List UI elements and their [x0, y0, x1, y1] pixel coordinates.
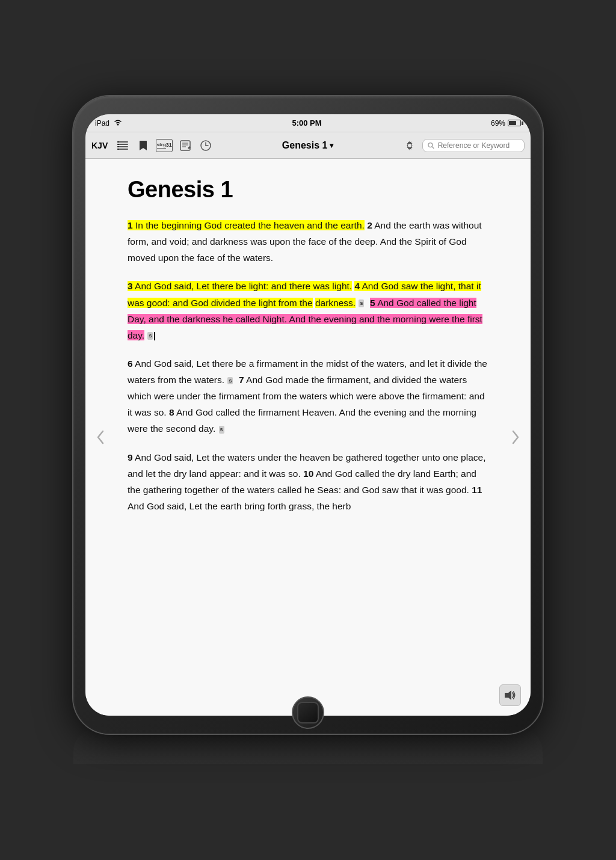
- bible-version[interactable]: KJV: [91, 141, 108, 150]
- verse-11-num: 11: [472, 485, 482, 495]
- verse-block-6-8: 6 And God said, Let there be a firmament…: [128, 355, 488, 437]
- ipad-frame: iPad 5:00 PM 69%: [73, 96, 543, 734]
- battery-icon: [508, 120, 521, 126]
- wifi-icon: [113, 118, 123, 127]
- history-icon[interactable]: [198, 138, 214, 153]
- status-time: 5:00 PM: [292, 118, 321, 127]
- verse-block-9-11: 9 And God said, Let the waters under the…: [128, 449, 488, 515]
- notes-icon[interactable]: [177, 138, 193, 153]
- s-marker-3: s: [227, 377, 233, 385]
- prev-chapter-button[interactable]: [91, 428, 109, 446]
- search-icon: [428, 142, 434, 149]
- s-marker-4: s: [219, 426, 224, 434]
- s-marker-1: s: [359, 299, 364, 307]
- search-input[interactable]: [438, 141, 519, 150]
- strongs-icon[interactable]: strg 31: [156, 139, 173, 152]
- toolbar: KJV: [85, 132, 531, 159]
- verse-block-1-2: 1 In the beginning God created the heave…: [128, 217, 488, 266]
- svg-rect-7: [117, 146, 119, 147]
- status-right: 69%: [491, 119, 521, 127]
- verse-8-num: 8: [169, 407, 174, 417]
- battery-percent: 69%: [491, 119, 505, 127]
- list-icon[interactable]: [115, 138, 131, 153]
- svg-point-0: [117, 124, 119, 126]
- verse-3: 3 And God said, Let there be light: and …: [128, 281, 352, 291]
- next-chapter-button[interactable]: [507, 428, 525, 446]
- verse-6-num: 6: [128, 358, 133, 369]
- audio-button[interactable]: [499, 684, 521, 706]
- verse-1: 1 In the beginning God created the heave…: [128, 220, 365, 230]
- audio-icon: [504, 690, 516, 701]
- chapter-title: Genesis 1: [128, 177, 488, 203]
- s-marker-2: s: [147, 332, 153, 340]
- verse-10-num: 10: [303, 468, 313, 479]
- svg-rect-6: [117, 144, 119, 145]
- ipad-screen: iPad 5:00 PM 69%: [85, 114, 531, 716]
- verse-block-3-5: 3 And God said, Let there be light: and …: [128, 278, 488, 343]
- svg-rect-5: [117, 141, 119, 143]
- home-button-inner: [297, 702, 319, 723]
- ipad-reflection: [73, 728, 543, 764]
- text-cursor: [154, 332, 155, 340]
- search-box[interactable]: [422, 139, 525, 152]
- ipad-label: iPad: [95, 119, 109, 127]
- bookmark-icon[interactable]: [135, 138, 151, 153]
- svg-point-17: [408, 144, 411, 147]
- svg-line-19: [432, 146, 434, 148]
- toolbar-chapter[interactable]: Genesis 1 ▾: [218, 140, 397, 151]
- gear-icon[interactable]: [402, 138, 417, 153]
- svg-rect-8: [117, 149, 119, 150]
- bible-content: Genesis 1 1 In the beginning God created…: [85, 159, 531, 716]
- verse-2-num: 2: [367, 220, 372, 230]
- verse-7-num: 7: [239, 375, 244, 385]
- chapter-selector-button[interactable]: Genesis 1 ▾: [282, 140, 334, 151]
- verse-4-end: darkness.: [315, 298, 356, 308]
- svg-marker-20: [505, 690, 511, 700]
- verse-9-num: 9: [128, 452, 133, 462]
- content-scroll: Genesis 1 1 In the beginning God created…: [85, 159, 531, 716]
- status-left: iPad: [95, 118, 123, 127]
- home-button[interactable]: [292, 696, 324, 729]
- status-bar: iPad 5:00 PM 69%: [85, 114, 531, 132]
